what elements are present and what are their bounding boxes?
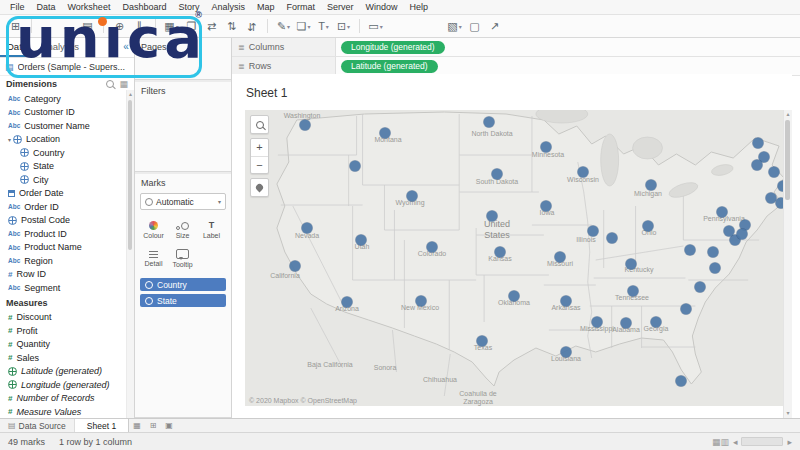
menu-item-server[interactable]: Server: [321, 0, 360, 15]
nav-left-icon[interactable]: ◂: [733, 437, 738, 447]
map-mark[interactable]: [477, 336, 488, 347]
redo-icon[interactable]: →: [58, 18, 77, 35]
map-mark[interactable]: [752, 160, 763, 171]
tooltip-button[interactable]: Tooltip: [168, 244, 197, 273]
menu-item-data[interactable]: Data: [31, 0, 62, 15]
filters-card[interactable]: Filters: [135, 82, 231, 172]
sort-descending-icon[interactable]: ⇅: [242, 18, 261, 35]
view-options-icon[interactable]: ▦: [119, 79, 128, 89]
field-discount[interactable]: #Discount: [0, 311, 134, 325]
map-mark[interactable]: [651, 317, 662, 328]
map-mark[interactable]: [407, 191, 418, 202]
tableau-logo-icon[interactable]: ⊞: [6, 18, 25, 35]
mini-scrollbar[interactable]: [741, 437, 783, 446]
map-mark[interactable]: [342, 297, 353, 308]
map-mark[interactable]: [646, 180, 657, 191]
field-country[interactable]: Country: [0, 146, 134, 160]
map-mark[interactable]: [769, 167, 780, 178]
map-pin-button[interactable]: [250, 178, 269, 197]
new-story-button[interactable]: ▣: [161, 419, 177, 432]
map-mark[interactable]: [350, 161, 361, 172]
map-mark[interactable]: [290, 261, 301, 272]
new-data-source-icon[interactable]: ⊕: [110, 18, 129, 35]
field-customer-name[interactable]: AbcCustomer Name: [0, 119, 134, 133]
map-mark[interactable]: [724, 226, 735, 237]
map-mark[interactable]: [753, 138, 764, 149]
field-product-id[interactable]: AbcProduct ID: [0, 227, 134, 241]
map-canvas[interactable]: WashingtonMontanaNorth DakotaMinnesotaWi…: [245, 110, 791, 406]
show-hide-cards-icon[interactable]: ▧▾: [445, 18, 464, 35]
map-mark[interactable]: [708, 247, 719, 258]
map-mark[interactable]: [561, 347, 572, 358]
rows-pill-latitude[interactable]: Latitude (generated): [341, 60, 438, 73]
field-region[interactable]: AbcRegion: [0, 254, 134, 268]
swap-rows-columns-icon[interactable]: ⇄: [202, 18, 221, 35]
undo-icon[interactable]: ←: [38, 18, 57, 35]
map-mark[interactable]: [588, 226, 599, 237]
map-mark[interactable]: [300, 120, 311, 131]
field-profit[interactable]: #Profit: [0, 324, 134, 338]
field-number-of-records[interactable]: #Number of Records: [0, 392, 134, 406]
menu-item-help[interactable]: Help: [404, 0, 435, 15]
map-mark[interactable]: [541, 142, 552, 153]
map-mark[interactable]: [555, 252, 566, 263]
view-scrollbar[interactable]: ▴ ▾: [783, 110, 792, 418]
map-mark[interactable]: [356, 235, 367, 246]
map-mark[interactable]: [717, 207, 728, 218]
tab-data[interactable]: Data: [0, 38, 34, 57]
map-mark[interactable]: [607, 233, 618, 244]
field-quantity[interactable]: #Quantity: [0, 338, 134, 352]
map-mark[interactable]: [710, 263, 721, 274]
datasource-item[interactable]: ▤ Orders (Sample - Supers...: [0, 58, 134, 76]
menu-item-format[interactable]: Format: [280, 0, 321, 15]
map-mark[interactable]: [380, 128, 391, 139]
detail-button[interactable]: Detail: [139, 244, 168, 273]
map-mark[interactable]: [592, 317, 603, 328]
map-mark[interactable]: [487, 211, 498, 222]
map-mark[interactable]: [626, 259, 637, 270]
new-worksheet-icon[interactable]: ▦▾: [162, 18, 181, 35]
pages-card[interactable]: Pages: [135, 38, 231, 80]
pause-auto-updates-icon[interactable]: ∥: [130, 18, 149, 35]
new-dashboard-button[interactable]: ⊞: [145, 419, 161, 432]
pill-state[interactable]: State: [140, 294, 226, 307]
map-mark[interactable]: [737, 229, 748, 240]
map-mark[interactable]: [681, 304, 692, 315]
map-mark[interactable]: [416, 296, 427, 307]
highlight-icon[interactable]: ✎▾: [274, 18, 293, 35]
field-longitude-generated[interactable]: Longitude (generated): [0, 378, 134, 392]
fix-axes-icon[interactable]: ⊡▾: [334, 18, 353, 35]
field-city[interactable]: City: [0, 173, 134, 187]
fit-selector[interactable]: ▭▾: [366, 18, 385, 35]
map-mark[interactable]: [484, 117, 495, 128]
mark-type-dropdown[interactable]: Automatic ▾: [140, 193, 226, 210]
map-mark[interactable]: [492, 169, 503, 180]
group-members-icon[interactable]: ❏▾: [294, 18, 313, 35]
map-mark[interactable]: [621, 318, 632, 329]
field-location[interactable]: ▾Location: [0, 133, 134, 147]
field-customer-id[interactable]: AbcCustomer ID: [0, 106, 134, 120]
map-mark[interactable]: [676, 376, 687, 387]
share-workbook-icon[interactable]: ↗: [485, 18, 504, 35]
map-mark[interactable]: [578, 167, 589, 178]
search-fields-icon[interactable]: [106, 80, 114, 88]
map-mark[interactable]: [685, 245, 696, 256]
menu-item-story[interactable]: Story: [172, 0, 205, 15]
status-view-icon[interactable]: ▥: [720, 437, 729, 447]
nav-right-icon[interactable]: ▸: [787, 437, 792, 447]
columns-pill-longitude[interactable]: Longitude (generated): [341, 41, 445, 54]
rows-shelf-content[interactable]: Latitude (generated): [336, 57, 800, 75]
tab-sheet-1[interactable]: Sheet 1: [75, 419, 129, 432]
map-mark[interactable]: [509, 291, 520, 302]
zoom-out-button[interactable]: −: [251, 156, 268, 173]
field-measure-values[interactable]: #Measure Values: [0, 405, 134, 419]
data-pane-scrollbar[interactable]: ▴: [126, 90, 134, 418]
scrollbar-thumb[interactable]: [785, 120, 790, 200]
map-mark[interactable]: [628, 286, 639, 297]
size-button[interactable]: Size: [168, 215, 197, 244]
field-product-name[interactable]: AbcProduct Name: [0, 241, 134, 255]
tab-data-source[interactable]: ▤ Data Source: [0, 419, 75, 432]
field-latitude-generated[interactable]: Latitude (generated): [0, 365, 134, 379]
save-icon[interactable]: ▤: [78, 18, 97, 35]
scrollbar-thumb[interactable]: [128, 100, 132, 250]
